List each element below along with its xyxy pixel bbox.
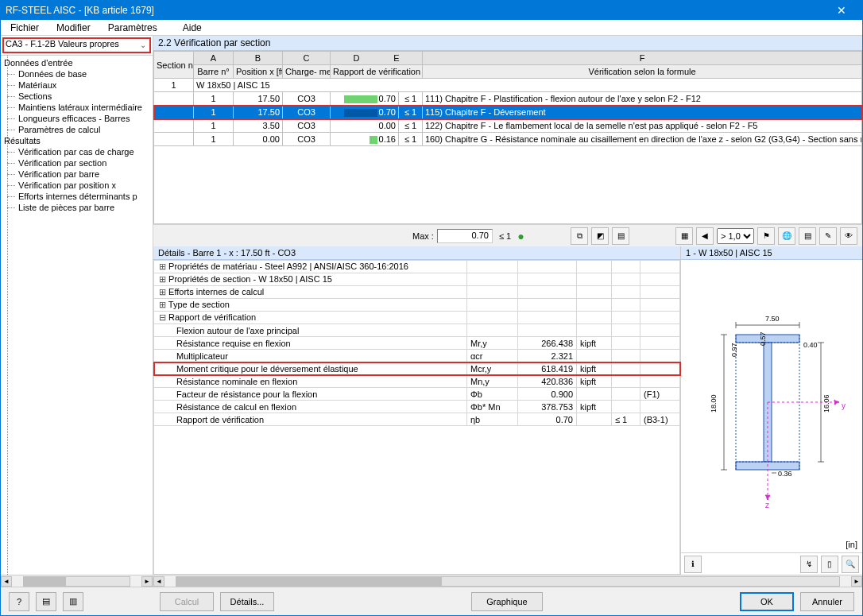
section-view[interactable]: 7.50 18.00 16.06 0.97 0.57 0.40 0.36 y z… xyxy=(681,260,862,552)
max-le: ≤ 1 xyxy=(496,231,514,242)
book-icon[interactable]: ▤ xyxy=(36,592,56,611)
tree-item[interactable]: Efforts internes déterminants p xyxy=(1,191,153,202)
tree-item[interactable]: Données de base xyxy=(1,68,153,79)
col-letter-d-e[interactable]: D E xyxy=(331,52,423,65)
bottom-bar: ? ▤ ▥ Calcul Détails... Graphique OK Ann… xyxy=(1,587,862,615)
unit-label: [in] xyxy=(846,540,857,549)
calc-button[interactable]: Calcul xyxy=(160,592,214,611)
tree-header-input: Données d'entrée xyxy=(1,57,153,68)
menu-help[interactable]: Aide xyxy=(176,21,208,35)
load-case-selector[interactable]: CA3 - F.1-2B Valeurs propres xyxy=(2,37,151,53)
svg-marker-20 xyxy=(765,495,770,500)
ok-status-icon: ● xyxy=(517,230,524,242)
tree-item[interactable]: Sections xyxy=(1,91,153,102)
ok-button[interactable]: OK xyxy=(740,592,794,611)
cancel-button[interactable]: Annuler xyxy=(800,592,854,611)
main-panel: 2.2 Vérification par section Section n° … xyxy=(153,36,862,587)
col-letter-c[interactable]: C xyxy=(283,52,331,65)
details-row[interactable]: Rapport de vérification xyxy=(154,312,680,324)
menu-edit[interactable]: Modifier xyxy=(50,21,97,35)
svg-rect-0 xyxy=(736,335,799,343)
tree-item[interactable]: Longueurs efficaces - Barres xyxy=(1,113,153,124)
axes-icon[interactable]: ↯ xyxy=(800,556,818,573)
col-load[interactable]: Charge- ment xyxy=(283,65,331,79)
details-row[interactable]: Flexion autour de l'axe principal xyxy=(154,324,680,337)
col-position[interactable]: Position x [ft] xyxy=(234,65,283,79)
close-icon[interactable]: ✕ xyxy=(826,4,857,17)
table-row[interactable]: 10.00CO30.16≤ 1160) Chapitre G - Résista… xyxy=(154,133,862,146)
table-row[interactable]: 117.50CO30.70≤ 1111) Chapitre F - Plasti… xyxy=(154,92,862,106)
tree-item[interactable]: Vérification par cas de charge xyxy=(1,146,153,157)
section-shape-icon[interactable]: ▯ xyxy=(821,556,838,573)
col-ratio[interactable]: Rapport de vérification xyxy=(331,65,423,79)
details-row[interactable]: Multiplicateurαcr2.321 xyxy=(154,350,680,362)
window-title: RF-STEEL AISC - [KB article 1679] xyxy=(6,5,154,16)
prev-icon[interactable]: ◀ xyxy=(696,227,714,245)
globe-icon[interactable]: 🌐 xyxy=(778,227,795,245)
menu-file[interactable]: Fichier xyxy=(4,21,45,35)
details-row[interactable]: Type de section xyxy=(154,299,680,312)
details-row[interactable]: Résistance nominale en flexionMn,y420.83… xyxy=(154,375,680,388)
graph-button[interactable]: Graphique xyxy=(471,592,543,611)
details-row[interactable]: Résistance requise en flexionMr,y266.438… xyxy=(154,337,680,350)
marker-icon[interactable]: ✎ xyxy=(819,227,837,245)
section-diagram: 7.50 18.00 16.06 0.97 0.57 0.40 0.36 y z xyxy=(692,295,851,517)
tree-item[interactable]: Maintiens latéraux intermédiaire xyxy=(1,102,153,113)
svg-text:18.00: 18.00 xyxy=(710,394,718,413)
info-icon[interactable]: ℹ xyxy=(684,556,702,573)
tree-item[interactable]: Vérification par section xyxy=(1,157,153,169)
table-row[interactable]: 117.50CO30.70≤ 1115) Chapitre F - Dévers… xyxy=(154,106,862,119)
tree-item[interactable]: Paramètres de calcul xyxy=(1,124,153,135)
help-icon[interactable]: ? xyxy=(9,592,29,611)
details-row[interactable]: Propriétés de matériau - Steel A992 | AN… xyxy=(154,261,680,273)
section-panel: 1 - W 18x50 | AISC 15 xyxy=(681,246,862,575)
details-title: Détails - Barre 1 - x : 17.50 ft - CO3 xyxy=(153,246,680,260)
tree-item[interactable]: Vérification par barre xyxy=(1,169,153,180)
section-header-row[interactable]: 1 W 18x50 | AISC 15 xyxy=(154,79,862,92)
tree-header-results: Résultats xyxy=(1,135,153,146)
filter2-icon[interactable]: ◩ xyxy=(591,227,609,245)
flag-icon[interactable]: ⚑ xyxy=(757,227,775,245)
tree-item[interactable]: Matériaux xyxy=(1,79,153,91)
bookmark-icon[interactable]: ▥ xyxy=(63,592,83,611)
panel-title: 2.2 Vérification par section xyxy=(153,36,862,51)
col-member[interactable]: Barre n° xyxy=(194,65,234,79)
titlebar: RF-STEEL AISC - [KB article 1679] ✕ xyxy=(1,1,862,20)
details-row[interactable]: Rapport de vérificationηb0.70≤ 1(B3-1) xyxy=(154,413,680,426)
result-table[interactable]: Section n° A B C D E F Barre n° Position… xyxy=(153,51,862,146)
sort-icon[interactable]: ▦ xyxy=(675,227,693,245)
svg-text:0.57: 0.57 xyxy=(759,331,767,346)
export-excel-icon[interactable]: ▤ xyxy=(799,227,816,245)
col-letter-a[interactable]: A xyxy=(194,52,234,65)
col-section[interactable]: Section n° xyxy=(154,52,194,79)
filter3-icon[interactable]: ▤ xyxy=(612,227,629,245)
svg-text:0.97: 0.97 xyxy=(730,343,738,357)
details-row[interactable]: Efforts internes de calcul xyxy=(154,286,680,299)
table-row[interactable]: 13.50CO30.00≤ 1122) Chapitre F - Le flam… xyxy=(154,119,862,133)
col-letter-b[interactable]: B xyxy=(234,52,283,65)
menu-params[interactable]: Paramètres xyxy=(102,21,164,35)
zoom-icon[interactable]: 🔍 xyxy=(842,556,859,573)
ratio-filter-select[interactable]: > 1,0 xyxy=(717,228,754,244)
svg-text:16.06: 16.06 xyxy=(822,394,830,413)
col-letter-f[interactable]: F xyxy=(423,52,862,65)
details-button[interactable]: Détails... xyxy=(220,592,274,611)
col-formula[interactable]: Vérification selon la formule xyxy=(423,65,862,79)
main-scrollbar[interactable]: ◄► xyxy=(153,575,862,587)
details-panel: Détails - Barre 1 - x : 17.50 ft - CO3 P… xyxy=(153,246,681,575)
tree-item[interactable]: Vérification par position x xyxy=(1,180,153,191)
nav-scrollbar[interactable]: ◄► xyxy=(1,575,153,587)
svg-text:y: y xyxy=(842,401,846,410)
nav-tree: Données d'entrée Données de base Matéria… xyxy=(1,56,153,575)
tree-item[interactable]: Liste de pièces par barre xyxy=(1,202,153,213)
svg-text:7.50: 7.50 xyxy=(765,315,780,323)
filter-icon[interactable]: ⧉ xyxy=(571,227,588,245)
details-row[interactable]: Propriétés de section - W 18x50 | AISC 1… xyxy=(154,273,680,286)
svg-text:0.36: 0.36 xyxy=(778,470,792,478)
details-row[interactable]: Facteur de résistance pour la flexionΦb0… xyxy=(154,388,680,401)
details-table[interactable]: Propriétés de matériau - Steel A992 | AN… xyxy=(153,260,680,426)
eye-icon[interactable]: 👁 xyxy=(840,227,857,245)
details-row[interactable]: Moment critique pour le déversement élas… xyxy=(154,362,680,375)
details-row[interactable]: Résistance de calcul en flexionΦb* Mn378… xyxy=(154,401,680,413)
max-label: Max : xyxy=(412,231,434,241)
